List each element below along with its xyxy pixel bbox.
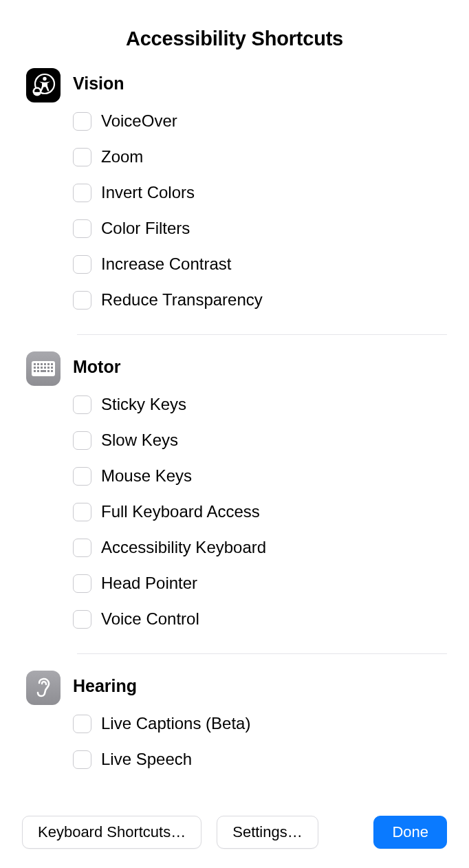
option-label: Live Speech <box>101 750 192 769</box>
option-live-captions: Live Captions (Beta) <box>73 706 447 741</box>
option-label: Increase Contrast <box>101 254 231 274</box>
svg-rect-17 <box>34 370 36 372</box>
option-voice-control: Voice Control <box>73 601 447 637</box>
svg-rect-8 <box>44 363 46 365</box>
checkbox-voice-control[interactable] <box>73 610 91 629</box>
option-sticky-keys: Sticky Keys <box>73 387 447 422</box>
option-label: Sticky Keys <box>101 395 186 414</box>
keyboard-shortcuts-button[interactable]: Keyboard Shortcuts… <box>22 816 201 849</box>
option-head-pointer: Head Pointer <box>73 565 447 601</box>
svg-rect-10 <box>51 363 53 365</box>
svg-rect-19 <box>41 370 46 372</box>
section-vision: Vision VoiceOver Zoom Invert Colors Colo… <box>22 68 447 318</box>
option-zoom: Zoom <box>73 139 447 175</box>
option-increase-contrast: Increase Contrast <box>73 246 447 282</box>
checkbox-accessibility-keyboard[interactable] <box>73 539 91 557</box>
svg-rect-7 <box>41 363 43 365</box>
option-voiceover: VoiceOver <box>73 103 447 139</box>
checkbox-live-captions[interactable] <box>73 715 91 733</box>
checkbox-full-keyboard-access[interactable] <box>73 503 91 521</box>
option-label: Live Captions (Beta) <box>101 714 250 733</box>
svg-rect-11 <box>34 367 36 369</box>
section-heading-hearing: Hearing <box>73 676 447 696</box>
option-invert-colors: Invert Colors <box>73 175 447 210</box>
option-label: Head Pointer <box>101 574 197 593</box>
accessibility-icon <box>26 68 61 102</box>
ear-icon <box>26 671 61 705</box>
section-heading-motor: Motor <box>73 357 447 377</box>
option-full-keyboard-access: Full Keyboard Access <box>73 494 447 530</box>
checkbox-live-speech[interactable] <box>73 750 91 769</box>
checkbox-color-filters[interactable] <box>73 219 91 238</box>
checkbox-head-pointer[interactable] <box>73 574 91 593</box>
option-label: Reduce Transparency <box>101 290 263 310</box>
checkbox-slow-keys[interactable] <box>73 431 91 450</box>
svg-rect-12 <box>37 367 39 369</box>
svg-rect-5 <box>34 363 36 365</box>
svg-point-1 <box>43 77 46 80</box>
checkbox-reduce-transparency[interactable] <box>73 291 91 310</box>
svg-rect-9 <box>47 363 50 365</box>
option-accessibility-keyboard: Accessibility Keyboard <box>73 530 447 565</box>
svg-rect-15 <box>47 367 50 369</box>
svg-rect-6 <box>37 363 39 365</box>
divider <box>77 334 447 335</box>
checkbox-increase-contrast[interactable] <box>73 255 91 274</box>
option-label: Zoom <box>101 147 143 166</box>
option-label: Accessibility Keyboard <box>101 538 266 557</box>
keyboard-icon <box>26 351 61 386</box>
checkbox-zoom[interactable] <box>73 148 91 166</box>
option-slow-keys: Slow Keys <box>73 422 447 458</box>
section-heading-vision: Vision <box>73 74 447 94</box>
checkbox-voiceover[interactable] <box>73 112 91 131</box>
section-hearing: Hearing Live Captions (Beta) Live Speech <box>22 671 447 777</box>
option-mouse-keys: Mouse Keys <box>73 458 447 494</box>
option-color-filters: Color Filters <box>73 210 447 246</box>
svg-rect-13 <box>41 367 43 369</box>
option-reduce-transparency: Reduce Transparency <box>73 282 447 318</box>
option-label: Slow Keys <box>101 431 178 450</box>
option-label: VoiceOver <box>101 111 177 131</box>
checkbox-sticky-keys[interactable] <box>73 395 91 414</box>
settings-button[interactable]: Settings… <box>217 816 318 849</box>
svg-rect-21 <box>51 370 53 372</box>
svg-rect-16 <box>51 367 53 369</box>
checkbox-mouse-keys[interactable] <box>73 467 91 486</box>
svg-rect-20 <box>47 370 50 372</box>
svg-point-3 <box>36 91 38 92</box>
option-label: Voice Control <box>101 609 199 629</box>
done-button[interactable]: Done <box>373 816 447 849</box>
svg-rect-14 <box>44 367 46 369</box>
option-live-speech: Live Speech <box>73 741 447 777</box>
option-label: Color Filters <box>101 219 190 238</box>
divider <box>77 653 447 654</box>
checkbox-invert-colors[interactable] <box>73 184 91 202</box>
option-label: Invert Colors <box>101 183 195 202</box>
footer: Keyboard Shortcuts… Settings… Done <box>22 799 447 849</box>
option-label: Mouse Keys <box>101 466 192 486</box>
page-title: Accessibility Shortcuts <box>22 28 447 50</box>
option-label: Full Keyboard Access <box>101 502 260 521</box>
section-motor: Motor Sticky Keys Slow Keys Mouse Keys F… <box>22 351 447 637</box>
svg-rect-18 <box>37 370 39 372</box>
